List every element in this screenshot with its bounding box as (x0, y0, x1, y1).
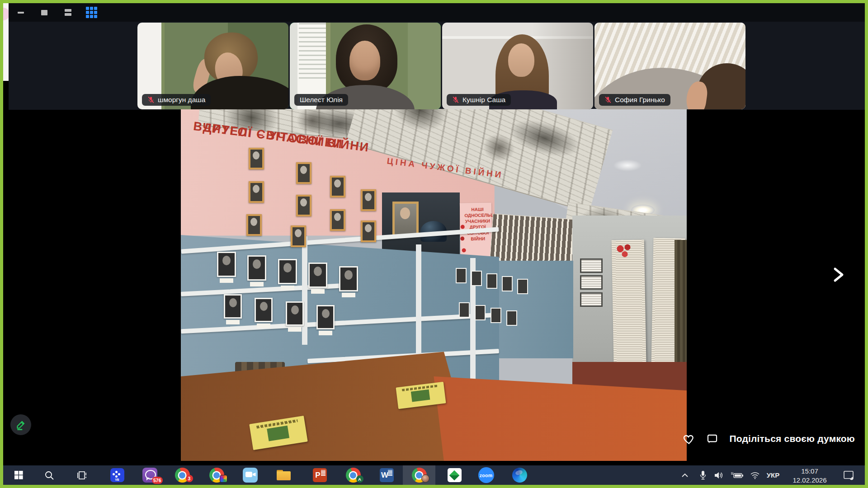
tray-network[interactable] (746, 465, 764, 485)
chrome-profile-badge (220, 475, 227, 483)
exhibit-photo (339, 266, 358, 291)
shared-screen-content: ВЧИТЕЛІ – УЧАСНИКИ ДРУГОЇ СВІТОВОЇ ВІЙНИ… (181, 109, 687, 461)
taskbar-app-edge[interactable] (509, 465, 529, 485)
pencil-icon (15, 419, 27, 431)
wifi-icon (750, 471, 760, 479)
chrome-user-photo-badge (421, 474, 429, 483)
gallery-view-icon (86, 7, 97, 18)
exhibit-photo (278, 259, 297, 284)
exhibit-photo (286, 301, 304, 326)
clock-time: 15:07 (783, 467, 836, 476)
museum-portrait-painting (392, 202, 419, 237)
heart-icon[interactable] (683, 433, 695, 445)
green-app-icon (448, 468, 462, 482)
taskbar-app-explorer[interactable] (274, 465, 293, 485)
background-window-logo (3, 8, 9, 20)
tray-language[interactable]: УКР (763, 465, 783, 485)
minimize-icon (18, 12, 24, 14)
tray-microphone[interactable] (695, 465, 711, 485)
vb-app-icon: VB (110, 468, 124, 482)
powerpoint-letter: P (315, 471, 320, 480)
exhibit-photo-small (506, 310, 517, 326)
speaker-icon (714, 471, 724, 479)
reaction-prompt-text: Поділіться своєю думкою (729, 433, 855, 444)
exhibit-photo (224, 294, 242, 319)
tray-show-hidden-button[interactable] (677, 465, 693, 485)
exhibit-photo-small (456, 268, 467, 283)
mic-muted-icon (452, 96, 459, 103)
maximize-icon (41, 10, 47, 15)
ceiling-lamp (613, 160, 642, 171)
exhibit-photo-small (459, 302, 470, 318)
taskbar-app-zoom[interactable]: zoom (476, 465, 496, 485)
file-explorer-icon (277, 470, 291, 481)
chevron-right-icon (831, 266, 845, 283)
tray-battery[interactable] (727, 465, 746, 485)
participant-video-tile[interactable]: Шелест Юлія (290, 23, 441, 109)
maximize-button[interactable] (38, 6, 50, 19)
annotate-button[interactable] (10, 414, 31, 435)
taskbar-app-word[interactable]: W (377, 465, 396, 485)
exhibit-photo-small (475, 305, 486, 320)
poppy-decoration (615, 243, 633, 258)
taskbar-app-recorder[interactable] (240, 465, 260, 485)
taskbar-app-chrome-1[interactable]: 3 (172, 465, 192, 485)
wall-portrait-frame (361, 221, 376, 242)
participant-name-label: шморгун даша (142, 94, 211, 106)
gallery-view-button[interactable] (85, 6, 97, 19)
taskbar-app-viber[interactable]: 576 (140, 465, 160, 485)
taskbar-app-chrome-active[interactable] (409, 465, 429, 485)
exhibit-photo-small (517, 279, 528, 294)
exhibit-photo (308, 263, 327, 288)
wall-portrait-frame (361, 189, 376, 211)
desktop: шморгун даша Шелест Юлія (3, 3, 865, 485)
reaction-bar[interactable]: Поділіться своєю думкою (683, 433, 855, 445)
task-view-button[interactable] (72, 465, 92, 485)
screen-share-frame: шморгун даша Шелест Юлія (0, 0, 868, 488)
participant-name-label: Кушнір Саша (447, 94, 511, 106)
taskbar-app-greenbox[interactable] (444, 465, 464, 485)
wall-portrait-frame (296, 162, 311, 184)
viber-badge: 576 (152, 477, 163, 484)
exhibit-photo (217, 252, 236, 277)
taskbar-app-powerpoint[interactable]: P (310, 465, 330, 485)
exhibit-photo-small (502, 276, 513, 291)
edge-icon (512, 468, 527, 483)
layout-button[interactable] (62, 6, 74, 19)
framed-document (580, 275, 603, 290)
minimize-button[interactable] (15, 6, 27, 19)
museum-display-case (499, 261, 573, 358)
zoom-label: zoom (480, 473, 493, 478)
participant-name-label: София Гринько (599, 94, 670, 106)
video-strip: шморгун даша Шелест Юлія (137, 23, 745, 109)
powerpoint-icon: P (313, 468, 327, 482)
task-view-icon (77, 470, 88, 480)
participant-video-tile[interactable]: Кушнір Саша (442, 23, 593, 109)
language-label: УКР (767, 471, 780, 479)
exhibit-photo-small (491, 308, 501, 323)
exhibit-photo-small (471, 271, 482, 286)
windows-logo-icon (14, 471, 23, 479)
next-chevron-button[interactable] (831, 266, 845, 283)
wall-portrait-frame (291, 225, 306, 247)
background-window-sliver (3, 3, 9, 81)
taskbar: VB 576 3 P (3, 465, 865, 485)
mic-muted-icon (604, 96, 612, 103)
start-button[interactable] (9, 465, 28, 485)
comment-icon[interactable] (706, 433, 718, 445)
action-center-button[interactable] (838, 465, 859, 485)
taskbar-app-vb[interactable]: VB (107, 465, 127, 485)
tray-clock[interactable]: 15:07 12.02.2026 (783, 465, 836, 485)
wall-portrait-frame (249, 148, 264, 169)
participant-video-tile[interactable]: София Гринько (594, 23, 745, 109)
participant-video-tile[interactable]: шморгун даша (137, 23, 288, 109)
taskbar-app-chrome-2[interactable] (207, 465, 226, 485)
wall-portrait-frame (246, 214, 262, 236)
participant-name: София Гринько (615, 96, 665, 104)
taskbar-search-button[interactable] (39, 465, 59, 485)
tray-volume[interactable] (710, 465, 727, 485)
framed-document (580, 292, 603, 307)
taskbar-app-chrome-3[interactable]: A (343, 465, 363, 485)
exhibit-photo (247, 255, 266, 281)
framed-document (580, 258, 603, 273)
